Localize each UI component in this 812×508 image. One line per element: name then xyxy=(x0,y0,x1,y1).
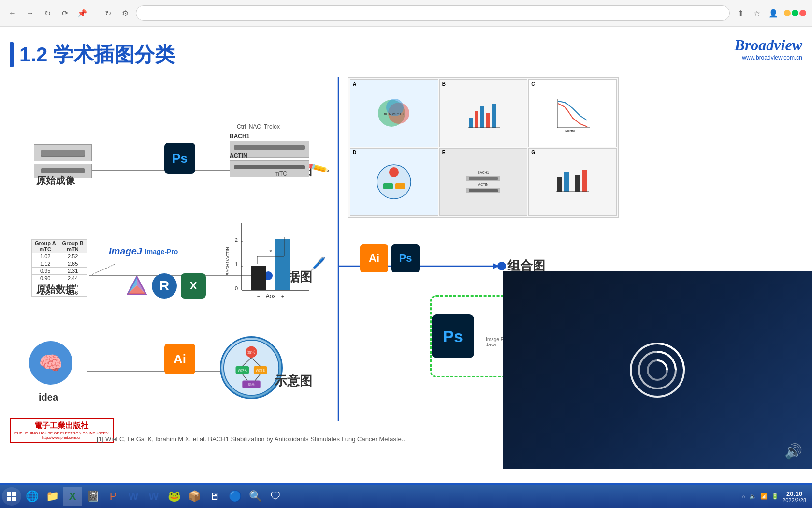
svg-rect-26 xyxy=(251,266,266,290)
nac-label: NAC xyxy=(249,123,261,130)
svg-rect-65 xyxy=(395,183,405,189)
publisher-name: 電子工業出版社 xyxy=(34,421,88,431)
system-clock: 20:10 2022/2/28 xyxy=(783,490,806,503)
svg-text:0: 0 xyxy=(235,285,238,291)
explorer-button[interactable]: 📁 xyxy=(43,487,62,506)
shield-taskbar[interactable]: 🛡 xyxy=(266,487,285,506)
publisher-url: http://www.phei.com.cn xyxy=(42,435,81,440)
diagram-layer: 原始成像 Ps 成像图 Ctrl NAC Trolox BACH1 ACTIN … xyxy=(0,73,812,469)
clock-date: 2022/2/28 xyxy=(783,497,806,503)
fig-cell-b: B xyxy=(439,79,528,147)
svg-text:通路B: 通路B xyxy=(256,369,265,372)
minimize-button[interactable] xyxy=(784,10,791,16)
svg-point-63 xyxy=(389,167,399,177)
wb-actin-img xyxy=(230,160,309,177)
tray-icon-1: ⌂ xyxy=(742,493,745,500)
terminal-taskbar[interactable]: 🖥 xyxy=(205,487,224,506)
brain-icon-container: 🧠 xyxy=(29,341,72,385)
svg-rect-54 xyxy=(475,111,478,128)
address-bar[interactable] xyxy=(136,5,730,21)
reload-button[interactable]: ↻ xyxy=(41,6,54,20)
col-header-2: Group BmTN xyxy=(59,240,87,253)
composite-figure: A mTN vs mTC B xyxy=(348,77,619,218)
maximize-button[interactable] xyxy=(792,10,798,16)
app2-taskbar[interactable]: 📦 xyxy=(185,487,204,506)
broadview-url: www.broadview.com.cn xyxy=(735,54,802,61)
onenote-taskbar[interactable]: 📓 xyxy=(83,487,102,506)
forward-button[interactable]: → xyxy=(23,6,37,20)
separator xyxy=(95,7,95,19)
profile-button[interactable]: 👤 xyxy=(767,6,780,20)
browser-chrome: ← → ↻ ⟳ 📌 ↻ ⚙ ⬆ ☆ 👤 xyxy=(0,0,812,27)
bookmark-button[interactable]: ☆ xyxy=(750,6,764,20)
pin-button[interactable]: 📌 xyxy=(75,6,89,20)
stop-button[interactable]: ⟳ xyxy=(58,6,72,20)
obs-icon xyxy=(628,341,686,399)
app3-taskbar[interactable]: 🔵 xyxy=(225,487,245,506)
svg-text:激活: 激活 xyxy=(247,350,255,355)
svg-text:Aox: Aox xyxy=(266,293,276,299)
search-taskbar[interactable]: 🔍 xyxy=(246,487,265,506)
svg-text:结果: 结果 xyxy=(248,383,255,386)
wb-col-headers: Ctrl NAC Trolox xyxy=(237,123,280,130)
svg-text:Months: Months xyxy=(566,129,575,132)
tray-icon-4: 🔋 xyxy=(771,493,779,500)
word-taskbar-1[interactable]: W xyxy=(124,487,143,506)
wb-actin-label: ACTIN xyxy=(230,152,309,177)
broadview-logo: Broadview www.broadview.com.cn xyxy=(735,36,802,61)
slide-area: 1.2 学术插图分类 Broadview www.broadview.com.c… xyxy=(0,27,812,423)
app1-taskbar[interactable]: 🐸 xyxy=(164,487,184,506)
orig-data-label: 原始数据 xyxy=(36,283,75,296)
fig-cell-a: A mTN vs mTC xyxy=(350,79,438,147)
svg-rect-27 xyxy=(276,239,290,290)
svg-text:BACH1/ACTIN: BACH1/ACTIN xyxy=(225,247,230,276)
broadview-brand: Broadview xyxy=(735,36,802,54)
refresh2-button[interactable]: ↻ xyxy=(101,6,115,20)
mtc-label: mTC xyxy=(275,170,287,177)
svg-text:2: 2 xyxy=(235,237,238,243)
ps-icon-dashed: Ps xyxy=(432,314,474,358)
imagej-row: ImageJ Image-Pro xyxy=(109,246,178,257)
fig-cell-c: C Months xyxy=(528,79,617,147)
footnote: [1] Wiel C, Le Gal K, Ibrahim M X, et al… xyxy=(97,435,802,443)
word-taskbar-2[interactable]: W xyxy=(144,487,163,506)
svg-text:+: + xyxy=(281,293,284,299)
tray-icon-2: 🔈 xyxy=(749,493,756,500)
svg-rect-76 xyxy=(7,497,11,501)
settings-button[interactable]: ⚙ xyxy=(118,6,132,20)
col-header-1: Group AmTC xyxy=(32,240,59,253)
publisher-sub: PUBLISHING HOUSE OF ELECTRONICS INDUSTRY xyxy=(14,431,109,435)
prism-icon xyxy=(126,275,148,297)
excel-taskbar[interactable]: X xyxy=(63,487,82,506)
back-button[interactable]: ← xyxy=(6,6,19,20)
system-tray: ⌂ 🔈 📶 🔋 20:10 2022/2/28 xyxy=(742,490,810,503)
analysis-tools-row: R X xyxy=(126,273,206,299)
taskbar: 🌐 📁 X 📓 P W W 🐸 📦 🖥 🔵 🔍 🛡 ⌂ 🔈 📶 🔋 20:10 … xyxy=(0,485,812,508)
svg-text:mTN vs mTC: mTN vs mTC xyxy=(384,112,404,116)
excel-logo: X xyxy=(181,273,206,299)
svg-rect-53 xyxy=(469,118,473,128)
output-scheme-label: 示意图 xyxy=(275,373,312,389)
close-button[interactable] xyxy=(799,10,806,16)
ie-button[interactable]: 🌐 xyxy=(22,487,42,506)
trolox-label: Trolox xyxy=(264,123,280,130)
ps-icon-workflow: Ps xyxy=(164,143,195,174)
svg-text:1: 1 xyxy=(235,261,238,267)
svg-rect-56 xyxy=(486,113,490,128)
slide-title: 1.2 学术插图分类 xyxy=(10,41,175,68)
imagepro-logo: Image-Pro xyxy=(145,248,178,255)
r-logo: R xyxy=(152,273,177,299)
svg-rect-68 xyxy=(575,175,580,192)
fig-cell-g: G xyxy=(528,148,617,216)
orig-image-label: 原始成像 xyxy=(36,174,75,187)
bar-chart-container: 0 1 2 * Aox − + BACH1/ACTIN xyxy=(222,218,319,305)
svg-rect-64 xyxy=(383,183,393,189)
start-button[interactable] xyxy=(2,487,21,506)
svg-rect-57 xyxy=(492,104,496,128)
share-button[interactable]: ⬆ xyxy=(734,6,747,20)
svg-rect-55 xyxy=(480,106,484,128)
ai-icon-right: Ai xyxy=(360,244,388,272)
svg-text:−: − xyxy=(257,293,260,299)
powerpoint-taskbar[interactable]: P xyxy=(103,487,123,506)
gel-image-container xyxy=(34,144,92,178)
